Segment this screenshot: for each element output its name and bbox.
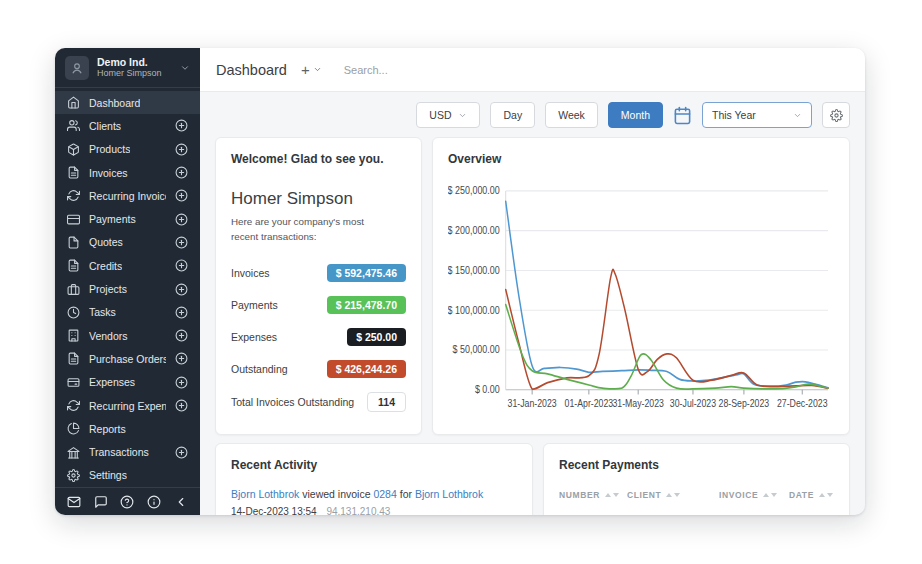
svg-text:$ 50,000.00: $ 50,000.00 [453, 344, 501, 356]
plus-circle-icon[interactable] [175, 119, 188, 132]
stat-row-expenses: Expenses$ 250.00 [231, 321, 406, 353]
sidebar-item-expenses[interactable]: Expenses [55, 371, 200, 394]
sidebar-item-label: Vendors [89, 330, 128, 342]
info-icon[interactable] [147, 495, 161, 509]
sidebar-item-payments[interactable]: Payments [55, 207, 200, 230]
sidebar: Demo Ind. Homer Simpson DashboardClients… [55, 48, 200, 515]
dashboard-settings-button[interactable] [822, 102, 850, 128]
period-label: This Year [712, 109, 756, 121]
range-button-week[interactable]: Week [545, 102, 598, 128]
overview-chart-svg: $ 0.00$ 50,000.00$ 100,000.00$ 150,000.0… [448, 170, 834, 420]
refresh-icon [67, 189, 80, 202]
sort-icons [819, 493, 833, 497]
gear-icon [830, 109, 843, 122]
topbar: Dashboard + [200, 48, 865, 92]
range-button-day[interactable]: Day [490, 102, 535, 128]
sidebar-item-recurring-expenses[interactable]: Recurring Expenses [55, 394, 200, 417]
main-area: Dashboard + USD DayWeekMonth This Year [200, 48, 865, 515]
stat-value-badge[interactable]: $ 426,244.26 [327, 360, 406, 378]
company-switcher[interactable]: Demo Ind. Homer Simpson [55, 48, 200, 88]
plus-circle-icon[interactable] [175, 446, 188, 459]
help-icon[interactable] [120, 495, 134, 509]
total-outstanding-row: Total Invoices Outstanding 114 [231, 392, 406, 412]
stat-row-invoices: Invoices$ 592,475.46 [231, 257, 406, 289]
period-select[interactable]: This Year [702, 102, 812, 128]
total-outstanding-badge[interactable]: 114 [367, 392, 406, 412]
sidebar-item-reports[interactable]: Reports [55, 417, 200, 440]
column-header-number[interactable]: NUMBER [559, 490, 627, 500]
plus-circle-icon[interactable] [175, 283, 188, 296]
chevron-down-icon [458, 111, 467, 120]
sidebar-item-label: Recurring Invoices [89, 190, 166, 202]
svg-text:27-Dec-2023: 27-Dec-2023 [777, 398, 828, 410]
filter-bar: USD DayWeekMonth This Year [215, 102, 850, 128]
chevron-left-icon[interactable] [174, 495, 188, 509]
file-icon [67, 236, 80, 249]
sidebar-item-dashboard[interactable]: Dashboard [55, 91, 200, 114]
activity-timestamp: 14-Dec-2023 13:54 [231, 506, 317, 515]
svg-text:$ 250,000.00: $ 250,000.00 [448, 185, 500, 197]
column-header-invoice[interactable]: INVOICE [719, 490, 789, 500]
currency-select[interactable]: USD [416, 102, 480, 128]
file-text-icon [67, 166, 80, 179]
search-input[interactable] [344, 64, 564, 76]
content: USD DayWeekMonth This Year Welcome! Glad… [200, 92, 865, 515]
payments-table-header: NUMBERCLIENTINVOICEDATE [559, 490, 834, 500]
column-label: NUMBER [559, 490, 600, 500]
svg-text:$ 100,000.00: $ 100,000.00 [448, 304, 500, 316]
stat-value-badge[interactable]: $ 215,478.70 [327, 296, 406, 314]
activity-client-link[interactable]: Bjorn Lothbrok [415, 488, 483, 500]
plus-circle-icon[interactable] [175, 213, 188, 226]
sidebar-item-transactions[interactable]: Transactions [55, 440, 200, 463]
plus-circle-icon[interactable] [175, 143, 188, 156]
plus-circle-icon[interactable] [175, 376, 188, 389]
welcome-subtitle: Here are your company's most recent tran… [231, 215, 406, 244]
sidebar-item-invoices[interactable]: Invoices [55, 161, 200, 184]
range-button-month[interactable]: Month [608, 102, 663, 128]
sidebar-item-clients[interactable]: Clients [55, 114, 200, 137]
recent-payments-title: Recent Payments [559, 458, 834, 472]
plus-circle-icon[interactable] [175, 166, 188, 179]
file-text-icon [67, 352, 80, 365]
plus-circle-icon[interactable] [175, 329, 188, 342]
sidebar-item-products[interactable]: Products [55, 138, 200, 161]
sidebar-item-credits[interactable]: Credits [55, 254, 200, 277]
sidebar-item-label: Clients [89, 120, 121, 132]
activity-invoice-link[interactable]: 0284 [373, 488, 396, 500]
sidebar-item-settings[interactable]: Settings [55, 464, 200, 487]
plus-circle-icon[interactable] [175, 189, 188, 202]
sidebar-item-recurring-invoices[interactable]: Recurring Invoices [55, 184, 200, 207]
sidebar-item-label: Quotes [89, 236, 123, 248]
svg-text:30-Jul-2023: 30-Jul-2023 [670, 398, 716, 410]
plus-circle-icon[interactable] [175, 236, 188, 249]
column-header-client[interactable]: CLIENT [627, 490, 719, 500]
sidebar-item-label: Tasks [89, 306, 116, 318]
stat-value-badge[interactable]: $ 250.00 [347, 328, 406, 346]
plus-circle-icon[interactable] [175, 352, 188, 365]
stat-value-badge[interactable]: $ 592,475.46 [327, 264, 406, 282]
range-button-group: DayWeekMonth [490, 102, 663, 128]
sidebar-item-vendors[interactable]: Vendors [55, 324, 200, 347]
company-name: Demo Ind. [97, 56, 162, 69]
file-text-icon [67, 259, 80, 272]
calendar-icon[interactable] [673, 106, 692, 125]
sidebar-item-tasks[interactable]: Tasks [55, 301, 200, 324]
sidebar-item-projects[interactable]: Projects [55, 277, 200, 300]
activity-actor-link[interactable]: Bjorn Lothbrok [231, 488, 299, 500]
sidebar-item-purchase-orders[interactable]: Purchase Orders [55, 347, 200, 370]
plus-circle-icon[interactable] [175, 399, 188, 412]
activity-meta: 14-Dec-2023 13:54 94.131.210.43 [231, 504, 517, 515]
plus-circle-icon[interactable] [175, 306, 188, 319]
message-icon[interactable] [94, 495, 108, 509]
sidebar-item-label: Invoices [89, 167, 128, 179]
column-header-date[interactable]: DATE [789, 490, 834, 500]
mail-icon[interactable] [67, 495, 81, 509]
sidebar-item-label: Credits [89, 260, 122, 272]
sidebar-item-quotes[interactable]: Quotes [55, 231, 200, 254]
svg-text:31-May-2023: 31-May-2023 [612, 398, 664, 410]
company-meta: Demo Ind. Homer Simpson [97, 56, 162, 79]
svg-text:$ 150,000.00: $ 150,000.00 [448, 264, 500, 276]
plus-circle-icon[interactable] [175, 259, 188, 272]
sort-icons [666, 493, 680, 497]
add-record-button[interactable]: + [301, 62, 322, 77]
